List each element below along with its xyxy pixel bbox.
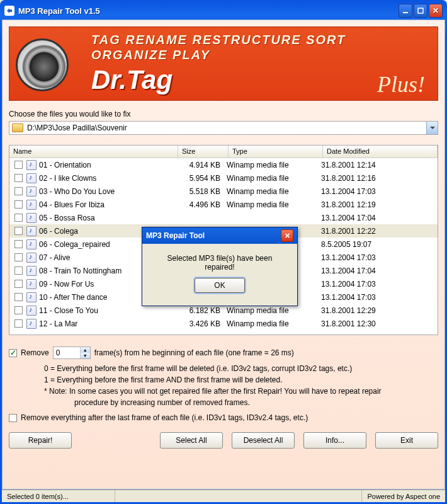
remove-suffix: frame(s) from he beginning of each file … <box>94 348 294 357</box>
row-checkbox[interactable] <box>14 214 23 222</box>
path-combo[interactable]: D:\MP3\Jose Padilla\Souvenir <box>9 121 438 135</box>
spinner-up[interactable]: ▲ <box>81 347 90 353</box>
music-file-icon <box>26 173 37 183</box>
remove-frames-checkbox[interactable]: ✓ <box>9 349 17 357</box>
frames-input[interactable] <box>54 347 80 358</box>
row-name: 11 - Close To You <box>39 306 176 315</box>
row-type: Winamp media file <box>227 174 321 183</box>
svg-rect-1 <box>418 8 423 13</box>
row-checkbox[interactable] <box>14 293 23 301</box>
row-checkbox[interactable] <box>14 306 23 314</box>
row-checkbox[interactable] <box>14 161 23 169</box>
col-size[interactable]: Size <box>178 146 229 158</box>
row-date: 31.8.2001 12:16 <box>321 174 438 183</box>
row-name: 02 - I like Clowns <box>39 174 176 183</box>
dialog-titlebar[interactable]: MP3 Repair Tool ✕ <box>142 227 297 244</box>
row-date: 13.1.2004 17:04 <box>321 266 438 275</box>
row-date: 8.5.2005 19:07 <box>321 240 438 249</box>
row-date: 13.1.2004 17:03 <box>321 253 438 262</box>
row-date: 31.8.2001 12:30 <box>321 319 438 328</box>
music-file-icon <box>26 266 37 276</box>
row-date: 31.8.2001 12:19 <box>321 200 438 209</box>
row-date: 13.1.2004 17:03 <box>321 280 438 289</box>
row-checkbox[interactable] <box>14 280 23 288</box>
row-date: 31.8.2001 12:14 <box>321 161 438 169</box>
row-name: 04 - Blues For Ibiza <box>39 200 176 209</box>
banner: TAG RENAME RESTRUCTURE SORT ORGANIZE PLA… <box>9 26 438 101</box>
row-type: Winamp media file <box>227 319 321 328</box>
row-checkbox[interactable] <box>14 187 23 195</box>
music-file-icon <box>26 200 37 210</box>
remove-label: Remove <box>21 348 49 357</box>
repair-button[interactable]: Repair! <box>9 432 72 449</box>
row-size: 3.426 KB <box>176 319 227 328</box>
svg-rect-0 <box>403 12 408 13</box>
row-checkbox[interactable] <box>14 266 23 275</box>
window-title: MP3 Repair Tool v1.5 <box>18 6 397 16</box>
info-button[interactable]: Info... <box>303 432 366 449</box>
row-checkbox[interactable] <box>14 200 23 209</box>
row-checkbox[interactable] <box>14 174 23 182</box>
row-type: Winamp media file <box>227 306 321 315</box>
row-type: Winamp media file <box>227 187 321 196</box>
file-row[interactable]: 05 - Bossa Rosa13.1.2004 17:04 <box>9 211 438 224</box>
titlebar[interactable]: MP3 Repair Tool v1.5 ✕ <box>2 2 445 20</box>
button-row: Repair! Select All Deselect All Info... … <box>9 432 438 449</box>
dialog-message: Selected MP3 file(s) have been repaired! <box>152 254 287 272</box>
music-file-icon <box>26 160 37 170</box>
options-panel: ✓ Remove ▲ ▼ frame(s) from he beginning … <box>9 346 438 422</box>
minimize-button[interactable] <box>399 4 412 18</box>
column-headers[interactable]: Name Size Type Date Modified <box>9 146 438 158</box>
file-row[interactable]: 03 - Who Do You Love5.518 KBWinamp media… <box>9 185 438 198</box>
music-file-icon <box>26 239 37 249</box>
banner-plus: Plus! <box>377 71 425 98</box>
app-icon <box>4 6 14 16</box>
notes: 0 = Everything before the first frame wi… <box>44 363 438 408</box>
row-name: 03 - Who Do You Love <box>39 187 176 196</box>
main-window: MP3 Repair Tool v1.5 ✕ TAG RENAME RESTRU… <box>0 0 447 504</box>
status-mid <box>115 490 362 502</box>
music-file-icon <box>26 253 37 263</box>
close-button[interactable]: ✕ <box>429 4 443 18</box>
path-text: D:\MP3\Jose Padilla\Souvenir <box>26 122 426 134</box>
row-size: 5.518 KB <box>176 187 227 196</box>
path-dropdown-button[interactable] <box>426 122 438 134</box>
chevron-down-icon <box>430 127 435 129</box>
music-file-icon <box>26 186 37 197</box>
file-row[interactable]: 01 - Orientation4.914 KBWinamp media fil… <box>9 158 438 171</box>
row-checkbox[interactable] <box>14 319 23 328</box>
col-name[interactable]: Name <box>9 146 178 158</box>
file-row[interactable]: 12 - La Mar3.426 KBWinamp media file31.8… <box>9 317 438 330</box>
remove-after-label: Remove everything after the last frame o… <box>21 413 308 422</box>
frames-spinner[interactable]: ▲ ▼ <box>53 346 91 359</box>
row-size: 6.182 KB <box>176 306 227 315</box>
row-type: Winamp media file <box>227 161 321 169</box>
row-checkbox[interactable] <box>14 240 23 248</box>
remove-after-checkbox[interactable] <box>9 414 17 422</box>
row-name: 01 - Orientation <box>39 161 176 169</box>
exit-button[interactable]: Exit <box>375 432 438 449</box>
row-checkbox[interactable] <box>14 253 23 261</box>
dialog-close-button[interactable]: ✕ <box>281 229 293 242</box>
row-name: 12 - La Mar <box>39 319 176 328</box>
music-file-icon <box>26 226 37 236</box>
row-checkbox[interactable] <box>14 227 23 235</box>
file-row[interactable]: 02 - I like Clowns5.954 KBWinamp media f… <box>9 171 438 185</box>
file-row[interactable]: 04 - Blues For Ibiza4.496 KBWinamp media… <box>9 198 438 211</box>
status-powered: Powered by Aspect one <box>362 490 445 502</box>
deselect-all-button[interactable]: Deselect All <box>232 432 295 449</box>
maximize-button[interactable] <box>414 4 427 18</box>
row-date: 13.1.2004 17:03 <box>321 293 438 302</box>
row-size: 4.914 KB <box>176 161 227 169</box>
instruction-label: Choose the files you would like to fix <box>9 110 438 118</box>
folder-icon <box>12 123 23 132</box>
row-date: 13.1.2004 17:03 <box>321 187 438 196</box>
select-all-button[interactable]: Select All <box>160 432 223 449</box>
spinner-down[interactable]: ▼ <box>81 353 90 358</box>
col-type[interactable]: Type <box>229 146 323 158</box>
music-file-icon <box>26 319 37 329</box>
col-date[interactable]: Date Modified <box>323 146 438 158</box>
dialog-ok-button[interactable]: OK <box>195 278 245 293</box>
row-type: Winamp media file <box>227 200 321 209</box>
row-date: 13.1.2004 17:04 <box>321 214 438 222</box>
